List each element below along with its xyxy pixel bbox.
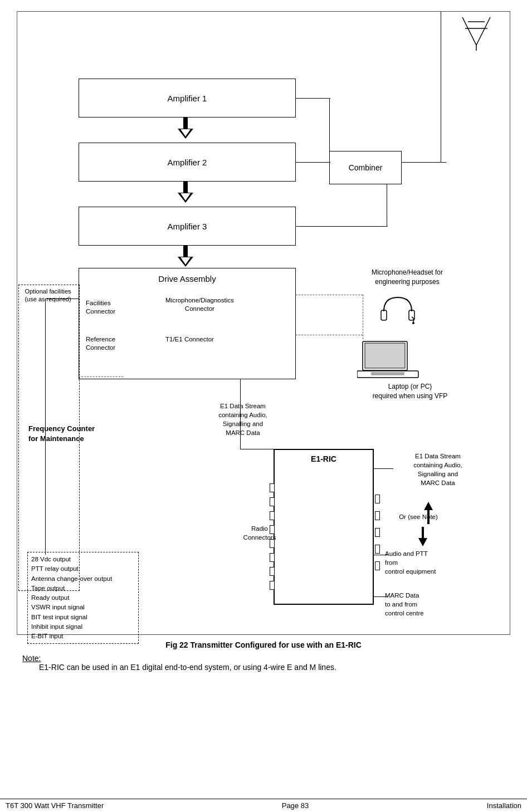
line-amp2-combiner [296, 162, 330, 163]
footer-left: T6T 300 Watt VHF Transmitter [6, 801, 104, 810]
svg-rect-5 [381, 310, 387, 320]
vline-amp1-combiner [329, 98, 330, 153]
facilities-list-item: E-BIT input [31, 632, 135, 641]
connector-rect-left [270, 483, 275, 492]
optional-facilities-label: Optional facilities(use as required) [20, 287, 76, 304]
dashed-line-mic [296, 295, 363, 295]
vline-amp3-combiner [387, 184, 387, 227]
frequency-counter-label: Frequency Counterfor Maintenance [28, 424, 118, 444]
laptop-label: Laptop (or PC)required when using VFP [352, 382, 469, 401]
vline-drive-e1ric [240, 379, 241, 449]
facilities-list-item: Antenna change-over output [31, 574, 135, 584]
reference-connector-label: ReferenceConnector [86, 335, 115, 352]
amp1-label: Amplifier 1 [168, 94, 207, 103]
facilities-list-item: 28 Vdc output [31, 555, 135, 564]
svg-rect-11 [371, 372, 404, 375]
amp2-box: Amplifier 2 [79, 143, 296, 182]
line-amp1-combiner [296, 98, 330, 99]
connector-rect-left [270, 553, 275, 562]
headset-icon [378, 295, 417, 327]
facilities-list-box: 28 Vdc outputPTT relay outputAntenna cha… [27, 552, 139, 644]
hline-marc [374, 596, 388, 597]
arrow2-stem [183, 182, 188, 193]
facilities-list-item: VSWR input signal [31, 603, 135, 612]
note-text: E1-RIC can be used in an E1 digital end-… [39, 663, 505, 672]
dashed-line-freq [79, 376, 123, 377]
combiner-label: Combiner [349, 163, 383, 172]
footer-center: Page 83 [282, 801, 309, 810]
hline-audio [374, 555, 388, 555]
marc-data-label: MARC Datato and fromcontrol centre [385, 591, 480, 618]
dashed-vline-laptop [363, 295, 363, 339]
footer-right: Installation [487, 801, 521, 810]
antenna-area [460, 12, 493, 52]
line-combiner-right-top [402, 162, 446, 163]
microphone-headset-label: Microphone/Headset forengineering purpos… [352, 268, 463, 287]
svg-point-7 [412, 322, 414, 324]
drive-box: Drive Assembly Microphone/DiagnosticsCon… [79, 268, 296, 379]
connector-rect-right [375, 545, 380, 554]
svg-marker-13 [418, 527, 427, 546]
or-see-note-label: Or (see Note) [385, 513, 452, 521]
drive-assembly-label: Drive Assembly [79, 268, 295, 286]
facilities-connector-label: FacilitiesConnector [86, 299, 115, 316]
connector-rect-right [375, 561, 380, 570]
t1e1-label: T1/E1 Connector [165, 335, 214, 344]
facilities-list-item: Inhibit input signal [31, 622, 135, 632]
svg-rect-9 [365, 343, 405, 368]
footer: T6T 300 Watt VHF Transmitter Page 83 Ins… [0, 799, 527, 812]
page: Amplifier 1 Amplifier 2 Amplifier 3 Comb… [0, 0, 527, 812]
diagram-area: Amplifier 1 Amplifier 2 Amplifier 3 Comb… [17, 11, 510, 635]
connector-rect-right [375, 495, 380, 503]
arrow3 [178, 246, 193, 267]
connector-rect-left [270, 567, 275, 576]
laptop-icon [357, 340, 424, 384]
mic-diagnostics-label: Microphone/DiagnosticsConnector [165, 296, 234, 313]
connector-rect-left [270, 497, 275, 506]
arrow2 [178, 182, 193, 203]
facilities-list-item: BIT test input signal [31, 613, 135, 622]
amp1-box: Amplifier 1 [79, 79, 296, 118]
facilities-list-item: Tape output [31, 584, 135, 593]
arrow3-head [178, 257, 193, 267]
arrow1-head [178, 129, 193, 139]
combiner-box: Combiner [329, 151, 402, 184]
amp3-label: Amplifier 3 [168, 222, 207, 231]
amp2-label: Amplifier 2 [168, 158, 207, 167]
note-section: Note: E1-RIC can be used in an E1 digita… [22, 654, 505, 672]
vline-combiner-top [441, 12, 441, 162]
e1-data-stream-top-label: E1 Data Streamcontaining Audio,Signallin… [196, 402, 290, 437]
arrow3-stem [183, 246, 188, 257]
radio-connectors-label: RadioConnectors [235, 524, 285, 542]
arrow1 [178, 118, 193, 139]
dashed-line-t1e1 [296, 335, 363, 335]
facilities-list-item: PTT relay output [31, 564, 135, 574]
connector-rect-left [270, 581, 275, 590]
e1ric-box: E1-RIC [274, 449, 374, 605]
note-label: Note: [22, 654, 41, 663]
arrow-down-audio [417, 527, 428, 548]
connector-rect-left [270, 511, 275, 520]
arrow2-head [178, 193, 193, 203]
audio-ptt-label: Audio and PTTfromcontrol equipment [385, 549, 480, 576]
line-amp3-right [296, 226, 388, 227]
line-fac-left [45, 299, 80, 299]
amp3-box: Amplifier 3 [79, 207, 296, 246]
e1ric-label: E1-RIC [275, 450, 373, 468]
arrow1-stem [183, 118, 188, 129]
connector-rect-right [375, 511, 380, 520]
connector-rect-right [375, 528, 380, 537]
hline-e1ric-right-top [374, 468, 393, 469]
facilities-list: 28 Vdc outputPTT relay outputAntenna cha… [31, 555, 135, 641]
e1-data-stream-right-label: E1 Data Streamcontaining Audio,Signallin… [391, 452, 485, 487]
facilities-list-item: Ready output [31, 593, 135, 603]
